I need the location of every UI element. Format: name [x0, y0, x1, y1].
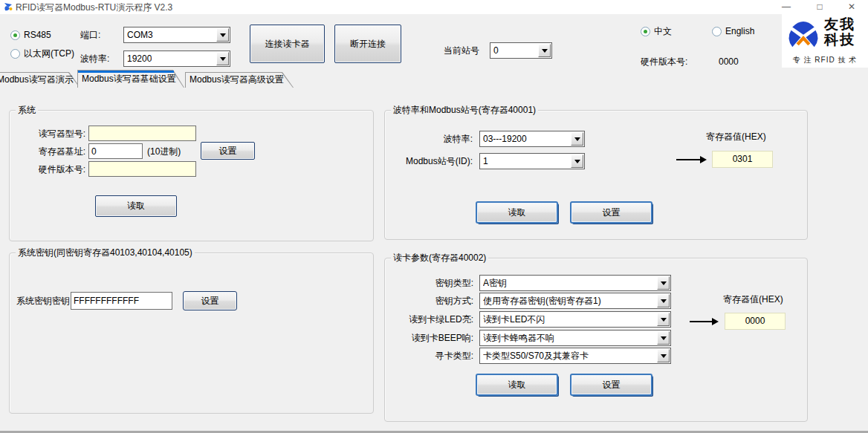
modbus-station-label: Modbus站号(ID): [398, 153, 473, 169]
port-combobox[interactable]: COM3 [123, 27, 230, 43]
group-system-key-title: 系统密钥(同密钥寄存器40103,40104,40105) [16, 247, 195, 258]
card-read-button[interactable]: 读取 [476, 374, 558, 396]
app-window: RFID读写器Modbus-RTU演示程序 V2.3 — □ ✕ 友我 科技 专… [0, 0, 868, 433]
chevron-down-icon[interactable] [657, 294, 670, 307]
radio-ethernet[interactable]: 以太网(TCP) [10, 48, 74, 59]
group-baud-value: 03---19200 [483, 131, 527, 146]
group-system-title: 系统 [16, 105, 38, 115]
disconnect-button[interactable]: 断开连接 [334, 25, 401, 63]
modbus-station-value: 1 [483, 154, 488, 169]
radio-chinese-label: 中文 [654, 25, 672, 38]
system-key-label: 系统密钥密钥 [16, 293, 70, 309]
key-type-combobox[interactable]: A密钥 [479, 275, 671, 291]
radio-dot-icon [641, 27, 650, 36]
radio-dot-icon [10, 30, 20, 40]
beep-label: 读到卡BEEP响: [384, 330, 473, 346]
system-read-button[interactable]: 读取 [95, 195, 177, 217]
radio-dot-icon [10, 49, 20, 59]
chevron-down-icon[interactable] [216, 52, 229, 65]
register-base-label: 寄存器基址: [19, 143, 85, 160]
radio-rs485-label: RS485 [24, 30, 51, 40]
close-button[interactable]: ✕ [838, 0, 865, 14]
beep-combobox[interactable]: 读到卡蜂鸣器不响 [479, 330, 671, 346]
system-key-input[interactable] [71, 292, 172, 310]
arrow-right-icon [676, 159, 701, 160]
station-label: 当前站号 [444, 42, 479, 59]
radio-ethernet-label: 以太网(TCP) [24, 48, 74, 60]
chevron-down-icon[interactable] [216, 28, 229, 42]
group-baud-label: 波特率: [398, 131, 473, 147]
card-set-button[interactable]: 设置 [570, 374, 652, 396]
tab-label: Modbus读写器演示 [0, 72, 67, 88]
reader-model-input[interactable] [88, 126, 196, 141]
chevron-down-icon[interactable] [571, 154, 583, 168]
company-logo: 友我 科技 专 注 RFID 技 术 [782, 14, 868, 68]
chevron-down-icon[interactable] [657, 313, 670, 326]
baud-read-button[interactable]: 读取 [476, 201, 558, 224]
key-mode-label: 密钥方式: [384, 293, 473, 309]
system-hw-input[interactable] [88, 161, 196, 177]
key-mode-combobox[interactable]: 使用寄存器密钥(密钥寄存器1) [479, 293, 671, 309]
port-label: 端口: [80, 27, 100, 43]
radio-english[interactable]: English [712, 26, 754, 36]
minimize-button[interactable]: — [773, 0, 800, 14]
maximize-button[interactable]: □ [806, 0, 833, 14]
station-value: 0 [493, 43, 499, 58]
group-baud-station-title: 波特率和Modbus站号(寄存器40001) [391, 105, 538, 115]
led-label: 读到卡绿LED亮: [384, 311, 473, 328]
group-system-key: 系统密钥(同密钥寄存器40103,40104,40105) [9, 253, 374, 414]
reg-value-label: 寄存器值(HEX) [706, 128, 766, 145]
reader-model-label: 读写器型号: [19, 126, 85, 142]
hw-version-value: 0000 [719, 53, 739, 70]
connect-button[interactable]: 连接读卡器 [250, 25, 325, 63]
card-type-combobox[interactable]: 卡类型S50/S70及其兼容卡 [479, 348, 671, 364]
system-key-set-button[interactable]: 设置 [183, 291, 237, 310]
chevron-down-icon[interactable] [538, 44, 551, 57]
modbus-station-combobox[interactable]: 1 [479, 153, 585, 169]
chevron-down-icon[interactable] [657, 349, 670, 362]
led-combobox[interactable]: 读到卡LED不闪 [479, 311, 671, 328]
tab-modbus-demo[interactable]: Modbus读写器演示 [0, 72, 80, 88]
led-value: 读到卡LED不闪 [483, 312, 545, 327]
card-type-value: 卡类型S50/S70及其兼容卡 [483, 348, 589, 363]
baud-set-button[interactable]: 设置 [570, 201, 652, 224]
system-hw-label: 硬件版本号: [19, 161, 85, 178]
tab-basic-settings[interactable]: Modbus读写器基础设置 [77, 70, 184, 88]
hw-version-label: 硬件版本号: [641, 53, 687, 70]
group-card-params-title: 读卡参数(寄存器40002) [391, 253, 488, 263]
tab-label: Modbus读写器高级设置 [190, 72, 280, 88]
tab-label: Modbus读写器基础设置 [82, 70, 171, 88]
logo-icon [784, 17, 823, 51]
key-type-value: A密钥 [483, 276, 507, 290]
arrow-right-icon [690, 321, 713, 322]
chevron-down-icon[interactable] [571, 132, 583, 146]
key-mode-value: 使用寄存器密钥(密钥寄存器1) [483, 293, 601, 308]
port-value: COM3 [127, 27, 153, 42]
brand-text: 友我 科技 [824, 16, 855, 48]
radio-dot-icon [712, 27, 722, 36]
system-set-button[interactable]: 设置 [201, 142, 255, 160]
baud-value: 19200 [127, 51, 152, 66]
chevron-down-icon[interactable] [657, 331, 670, 345]
brand-tagline: 专 注 RFID 技 术 [782, 55, 868, 65]
station-combobox[interactable]: 0 [490, 42, 552, 59]
radio-chinese[interactable]: 中文 [641, 26, 672, 36]
app-icon [3, 1, 13, 12]
key-type-label: 密钥类型: [384, 275, 473, 291]
reg-value-hex-2: 0000 [725, 313, 786, 330]
reg-value-hex: 0301 [712, 151, 773, 168]
radio-rs485[interactable]: RS485 [10, 30, 51, 40]
radio-english-label: English [725, 26, 754, 36]
group-baud-combobox[interactable]: 03---19200 [479, 131, 585, 147]
beep-value: 读到卡蜂鸣器不响 [483, 331, 554, 345]
title-bar: RFID读写器Modbus-RTU演示程序 V2.3 — □ ✕ [0, 0, 868, 14]
card-type-label: 寻卡类型: [384, 348, 473, 364]
chevron-down-icon[interactable] [657, 276, 670, 290]
window-title: RFID读写器Modbus-RTU演示程序 V2.3 [16, 1, 172, 14]
reg-value-label-2: 寄存器值(HEX) [723, 291, 783, 307]
baud-combobox[interactable]: 19200 [123, 51, 230, 67]
register-base-input[interactable] [88, 143, 143, 159]
decimal-hint: (10进制) [147, 143, 181, 160]
tab-advanced-settings[interactable]: Modbus读写器高级设置 [185, 72, 294, 88]
baud-label: 波特率: [80, 51, 109, 67]
